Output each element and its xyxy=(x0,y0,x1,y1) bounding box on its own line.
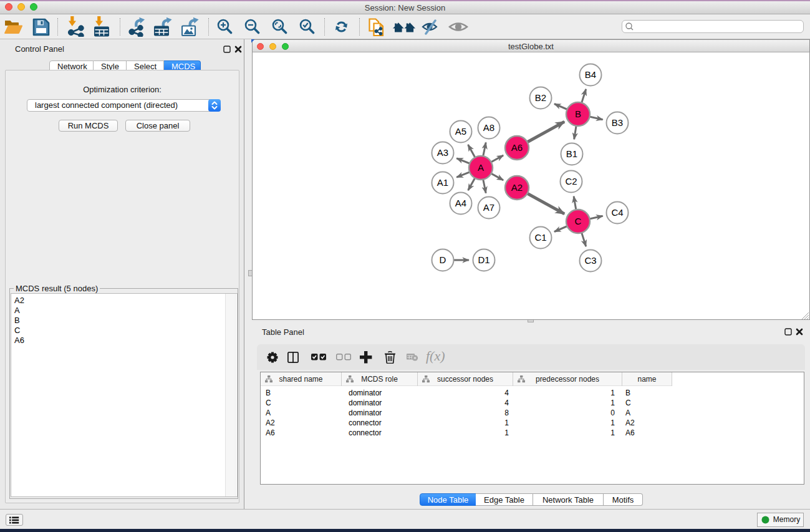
svg-text:C2: C2 xyxy=(565,176,577,186)
svg-text:A3: A3 xyxy=(437,147,448,158)
svg-text:A7: A7 xyxy=(483,202,494,213)
svg-text:A6: A6 xyxy=(511,142,523,153)
svg-text:D: D xyxy=(440,254,446,265)
svg-text:A4: A4 xyxy=(455,198,466,208)
svg-text:A1: A1 xyxy=(437,177,448,188)
svg-text:B4: B4 xyxy=(585,69,596,80)
svg-text:A2: A2 xyxy=(511,182,523,193)
svg-text:D1: D1 xyxy=(478,254,489,265)
svg-text:A8: A8 xyxy=(483,122,494,133)
svg-text:C1: C1 xyxy=(534,232,546,243)
svg-text:B2: B2 xyxy=(535,92,546,103)
svg-text:B1: B1 xyxy=(566,148,577,159)
svg-text:B3: B3 xyxy=(612,117,623,128)
svg-text:C: C xyxy=(575,216,582,226)
svg-text:A: A xyxy=(478,162,484,173)
svg-text:C4: C4 xyxy=(611,207,623,218)
svg-text:A5: A5 xyxy=(455,126,466,137)
svg-text:B: B xyxy=(575,109,581,119)
svg-text:C3: C3 xyxy=(584,255,596,266)
